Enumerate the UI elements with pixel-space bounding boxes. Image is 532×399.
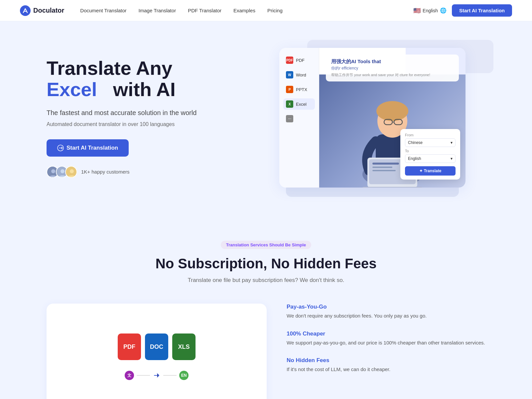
- flow-line: [137, 375, 150, 376]
- more-icon: ⋯: [286, 115, 293, 122]
- flag-icon: 🇺🇸: [413, 7, 421, 14]
- navbar: Doculator Document Translator Image Tran…: [0, 0, 532, 21]
- avatar: [65, 166, 77, 178]
- svg-point-3: [51, 169, 55, 173]
- translate-ui-overlay: From Chinese ▾ To English ▾ ✦ Translate: [400, 129, 460, 180]
- services-badge: Translation Services Should Be Simple: [221, 241, 312, 249]
- excel-icon: X: [286, 100, 293, 108]
- services-illustration: PDF DOC XLS 文 EN: [47, 304, 267, 399]
- hero-right: PDF PDF W Word P PPTX X Excel: [259, 48, 485, 188]
- flow-dot-en: EN: [179, 371, 189, 380]
- translate-icon: [57, 145, 64, 151]
- nav-link-image-translator[interactable]: Image Translator: [139, 8, 176, 13]
- feature-desc-fees: If it's not the cost of LLM, we can do i…: [287, 366, 485, 373]
- services-features: Pay-as-You-Go We don't require any subsc…: [287, 304, 485, 373]
- hero-cta-label: Start AI Translation: [66, 145, 118, 151]
- hero-title-blue: Excel: [47, 78, 97, 100]
- nav-link-pdf-translator[interactable]: PDF Translator: [188, 8, 221, 13]
- services-content: PDF DOC XLS 文 EN: [47, 304, 485, 399]
- overlay-desc: 帮助工作并节 your work and save your 对 cture f…: [331, 72, 454, 77]
- feature-desc-cheaper: We support pay-as-you-go, and our price …: [287, 339, 485, 347]
- svg-rect-17: [372, 170, 396, 171]
- feature-no-hidden-fees: No Hidden Fees If it's not the cost of L…: [287, 357, 485, 373]
- feature-title-fees: No Hidden Fees: [287, 357, 485, 364]
- to-language-select[interactable]: English ▾: [405, 154, 456, 163]
- overlay-subtitle: 你的r efficiency: [331, 66, 454, 71]
- svg-rect-15: [372, 163, 399, 165]
- feature-title-bold-cheaper: 100% Cheaper: [287, 331, 325, 337]
- svg-rect-14: [362, 187, 422, 188]
- nav-links: Document Translator Image Translator PDF…: [80, 8, 413, 13]
- big-xlsx-icon: XLS: [172, 333, 196, 360]
- hero-description: Automated document translator in over 10…: [47, 121, 233, 127]
- word-label: Word: [296, 72, 306, 77]
- avatar-group: [47, 166, 77, 178]
- translate-small-button[interactable]: ✦ Translate: [405, 166, 456, 176]
- nav-link-document-translator[interactable]: Document Translator: [80, 8, 126, 13]
- flow-arrow: [153, 371, 161, 379]
- word-icon: W: [286, 71, 293, 78]
- social-proof: 1K+ happy customers: [47, 166, 233, 178]
- hero-demo-card: PDF PDF W Word P PPTX X Excel: [279, 48, 466, 188]
- feature-cheaper: 100% Cheaper We support pay-as-you-go, a…: [287, 331, 485, 347]
- file-icons-group: PDF DOC XLS: [118, 333, 196, 360]
- from-language-select[interactable]: Chinese ▾: [405, 138, 456, 147]
- chevron-down-icon: ▾: [451, 140, 453, 145]
- language-selector[interactable]: 🇺🇸 English 🌐: [413, 7, 447, 14]
- nav-link-pricing[interactable]: Pricing: [267, 8, 283, 13]
- file-type-word[interactable]: W Word: [283, 69, 315, 80]
- pptx-label: PPTX: [296, 87, 307, 92]
- svg-point-11: [376, 101, 408, 121]
- hero-title-line2: with AI: [113, 78, 176, 100]
- pdf-label: PDF: [296, 58, 305, 63]
- feature-pay-as-you-go: Pay-as-You-Go We don't require any subsc…: [287, 304, 485, 320]
- services-header: Translation Services Should Be Simple No…: [47, 241, 485, 284]
- logo-text: Doculator: [33, 7, 64, 14]
- chinese-text-overlay: 用强大的AI Tools that 你的r efficiency 帮助工作并节 …: [326, 55, 459, 81]
- hero-cta-button[interactable]: Start AI Translation: [47, 139, 129, 157]
- flow-line-2: [163, 375, 177, 376]
- hero-left: Translate Any Excel with AI The fastest …: [47, 58, 233, 178]
- pdf-icon: PDF: [286, 57, 293, 64]
- language-label: English: [423, 8, 438, 13]
- excel-label: Excel: [296, 102, 307, 107]
- feature-title-cheaper: 100% Cheaper: [287, 331, 485, 337]
- big-docx-icon: DOC: [145, 333, 168, 360]
- svg-point-0: [20, 5, 31, 16]
- feature-title-bold-payg: Pay-as-You-Go: [287, 304, 327, 310]
- chevron-down-icon-2: ▾: [451, 156, 453, 161]
- nav-right: 🇺🇸 English 🌐 Start AI Translation: [413, 4, 512, 17]
- file-type-pdf[interactable]: PDF PDF: [283, 55, 315, 66]
- flow-dot-src: 文: [125, 371, 134, 380]
- hero-subtitle: The fastest and most accurate solution i…: [47, 108, 233, 117]
- hero-title-line1: Translate Any: [47, 57, 172, 79]
- hero-section: Translate Any Excel with AI The fastest …: [0, 21, 532, 214]
- services-title: No Subscription, No Hidden Fees: [47, 256, 485, 272]
- nav-link-examples[interactable]: Examples: [233, 8, 255, 13]
- services-visual: PDF DOC XLS 文 EN: [57, 333, 256, 380]
- flow-row: 文 EN: [125, 371, 189, 380]
- to-language-value: English: [408, 156, 421, 161]
- from-label: From: [405, 133, 456, 137]
- file-type-pptx[interactable]: P PPTX: [283, 84, 315, 95]
- services-section: Translation Services Should Be Simple No…: [0, 214, 532, 399]
- pptx-icon: P: [286, 86, 293, 93]
- nav-cta-button[interactable]: Start AI Translation: [452, 4, 512, 17]
- hero-title: Translate Any Excel with AI: [47, 58, 233, 100]
- file-types-sidebar: PDF PDF W Word P PPTX X Excel: [279, 48, 319, 188]
- big-pdf-icon: PDF: [118, 333, 141, 360]
- overlay-title: 用强大的AI Tools that: [331, 59, 454, 65]
- translate-icon-small: ✦: [419, 169, 423, 173]
- feature-title-bold-fees: No Hidden Fees: [287, 357, 329, 363]
- to-label: To: [405, 149, 456, 153]
- logo[interactable]: Doculator: [20, 5, 64, 16]
- from-language-value: Chinese: [408, 140, 423, 145]
- svg-point-7: [70, 169, 74, 173]
- translate-small-label: Translate: [424, 169, 442, 173]
- svg-point-5: [61, 169, 65, 173]
- svg-rect-16: [372, 167, 392, 168]
- file-type-more[interactable]: ⋯: [283, 113, 315, 124]
- logo-icon: [20, 5, 31, 16]
- services-subtitle: Translate one file but pay subscription …: [47, 277, 485, 284]
- file-type-excel[interactable]: X Excel: [283, 98, 315, 110]
